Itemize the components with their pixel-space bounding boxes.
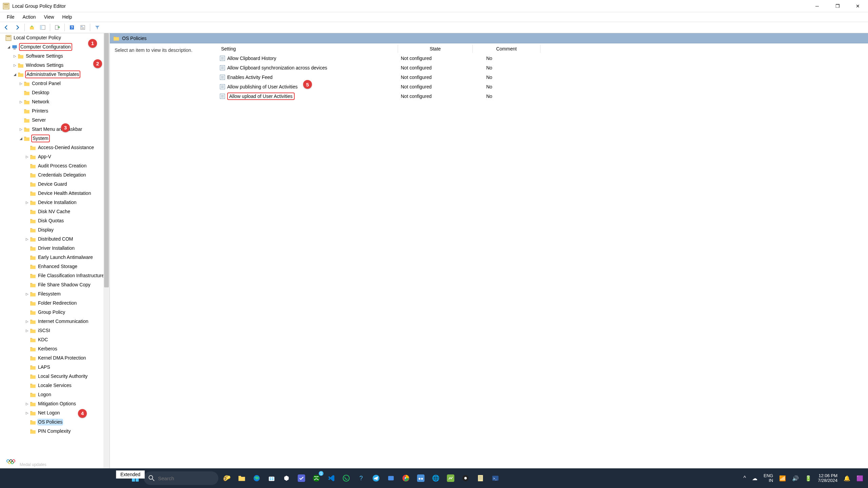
forward-button[interactable] [12,23,22,32]
tree-item-kernel-dma-protection[interactable]: Kernel DMA Protection [0,353,110,363]
close-button[interactable]: ✕ [848,0,868,12]
tree-item-disk-nv-cache[interactable]: Disk NV Cache [0,207,110,216]
tray-overflow[interactable]: ^ [743,475,746,481]
setting-row[interactable]: Enables Activity FeedNot configuredNo [218,73,868,82]
setting-row[interactable]: Allow Clipboard synchronization across d… [218,63,868,73]
tree-item-display[interactable]: Display [0,225,110,235]
setting-row[interactable]: Allow publishing of User ActivitiesNot c… [218,82,868,92]
tree-item-locale-services[interactable]: Locale Services [0,381,110,390]
app-unknown-1[interactable] [414,472,427,485]
app-todo[interactable] [295,472,308,485]
tree-item-mitigation-options[interactable]: ▷Mitigation Options [0,399,110,408]
tree-item-network[interactable]: ▷Network [0,97,110,106]
tree-scrollbar[interactable] [103,33,110,479]
tree-item-disk-quotas[interactable]: Disk Quotas [0,216,110,225]
tray-language[interactable]: ENGIN [764,473,773,483]
tree-item-audit-process-creation[interactable]: Audit Process Creation [0,161,110,170]
app-unknown-2[interactable]: 🌐 [429,472,442,485]
back-button[interactable] [1,23,12,32]
tray-volume-icon[interactable]: 🔊 [792,475,799,482]
tree-item-pin-complexity[interactable]: PIN Complexity [0,427,110,436]
tree-item-device-guard[interactable]: Device Guard [0,180,110,189]
tree-item-enhanced-storage[interactable]: Enhanced Storage [0,262,110,271]
scrollbar-thumb[interactable] [104,33,109,287]
search-input[interactable] [158,475,205,481]
tree-item-local-security-authority[interactable]: Local Security Authority [0,372,110,381]
menu-view[interactable]: View [40,13,58,21]
filter-button[interactable] [92,23,102,32]
tree-scroll[interactable]: Local Computer Policy◢Computer Configura… [0,33,110,479]
col-state[interactable]: State [398,45,473,53]
app-camera[interactable] [459,472,472,485]
app-whatsapp[interactable] [340,472,353,485]
tray-wifi-icon[interactable]: 📶 [779,475,786,482]
app-meet-now[interactable]: 🌮 [220,472,233,485]
tree-item-control-panel[interactable]: ▷Control Panel [0,79,110,88]
tree-item-group-policy[interactable]: Group Policy [0,308,110,317]
tree-item-logon[interactable]: Logon [0,390,110,399]
tree-item-folder-redirection[interactable]: Folder Redirection [0,299,110,308]
tree-item-iscsi[interactable]: ▷iSCSI [0,326,110,335]
export-button[interactable] [52,23,62,32]
app-telegram[interactable] [370,472,382,485]
help-button[interactable]: ? [67,23,77,32]
tree-item-app-v[interactable]: ▷App-V [0,152,110,161]
app-unknown-3[interactable] [444,472,457,485]
tray-notifications[interactable]: 🔔 [844,475,850,482]
app-notepad[interactable] [474,472,487,485]
tree-item-driver-installation[interactable]: Driver Installation [0,244,110,253]
tree-item-kdc[interactable]: KDC [0,335,110,344]
tree-item-device-health-attestation[interactable]: Device Health Attestation [0,189,110,198]
tray-onedrive[interactable]: ☁ [752,475,757,482]
col-comment[interactable]: Comment [473,45,540,53]
tree-item-os-policies[interactable]: OS Policies [0,418,110,427]
menu-action[interactable]: Action [19,13,40,21]
menu-file[interactable]: File [3,13,19,21]
tray-copilot[interactable]: 🟪 [856,475,863,482]
up-button[interactable] [27,23,37,32]
maximize-button[interactable]: ❐ [827,0,848,12]
tree-item-software-settings[interactable]: ▷Software Settings [0,52,110,61]
tree-item-distributed-com[interactable]: ▷Distributed COM [0,235,110,244]
app-explorer[interactable] [235,472,248,485]
app-store[interactable] [265,472,278,485]
col-setting[interactable]: Setting [218,45,398,53]
news-widget[interactable]: Olympic Games Medal updates [6,457,53,467]
app-help[interactable]: ? [355,472,368,485]
tree-item-desktop[interactable]: Desktop [0,88,110,97]
tree-item-server[interactable]: Server [0,116,110,125]
tree-item-printers[interactable]: Printers [0,106,110,116]
app-terminal[interactable]: >_ [489,472,502,485]
tree-item-device-installation[interactable]: ▷Device Installation [0,198,110,207]
tree-item-windows-settings[interactable]: ▷Windows Settings2 [0,61,110,70]
menu-help[interactable]: Help [58,13,76,21]
tree-item-file-share-shadow-copy[interactable]: File Share Shadow Copy [0,280,110,289]
tree-item-internet-communication[interactable]: ▷Internet Communication [0,317,110,326]
tree-item-filesystem[interactable]: ▷Filesystem [0,289,110,299]
taskbar-search[interactable] [144,471,218,485]
tree-item-early-launch-antimalware[interactable]: Early Launch Antimalware [0,253,110,262]
setting-row[interactable]: Allow upload of User ActivitiesNot confi… [218,92,868,101]
tree-item-start-menu-and-taskbar[interactable]: ▷Start Menu and Taskbar3 [0,125,110,134]
app-edge[interactable] [250,472,263,485]
tree-item-system[interactable]: ◢System [0,134,110,143]
tray-clock[interactable]: 12:06 PM7/28/2024 [818,473,837,483]
properties-button[interactable] [78,23,88,32]
tree-item-credentials-delegation[interactable]: Credentials Delegation [0,170,110,180]
tree-item-access-denied-assistance[interactable]: Access-Denied Assistance [0,143,110,152]
tree-item-kerberos[interactable]: Kerberos [0,344,110,353]
tree-item-net-logon[interactable]: ▷Net Logon4 [0,408,110,418]
minimize-button[interactable]: ─ [807,0,827,12]
tree-item-laps[interactable]: LAPS [0,363,110,372]
setting-row[interactable]: Allow Clipboard HistoryNot configuredNo [218,54,868,63]
app-obsidian[interactable]: ⬢ [280,472,293,485]
tree-item-computer-configuration[interactable]: ◢Computer Configuration1 [0,42,110,52]
tree-item-administrative-templates[interactable]: ◢Administrative Templates [0,70,110,79]
tab-extended[interactable]: Extended [116,470,145,479]
show-hide-tree-button[interactable] [38,23,48,32]
app-chrome[interactable] [399,472,412,485]
app-vscode[interactable] [325,472,338,485]
app-xbox[interactable]: 1 [310,472,323,485]
tree-item-file-classification-infrastructure[interactable]: File Classification Infrastructure [0,271,110,280]
app-mail[interactable] [384,472,397,485]
